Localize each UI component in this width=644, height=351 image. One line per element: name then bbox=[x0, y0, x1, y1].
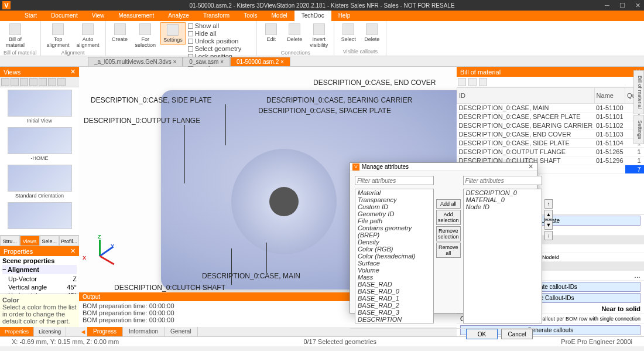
menu-analyze[interactable]: Analyze bbox=[161, 11, 196, 21]
ribbon-btn[interactable]: Edit bbox=[261, 22, 282, 43]
center-bottom-tab[interactable]: General bbox=[165, 327, 198, 336]
maximize-button[interactable]: ☐ bbox=[617, 2, 628, 9]
list-item[interactable]: MATERIAL_0 bbox=[464, 196, 542, 203]
remove-all-button[interactable]: Remove all bbox=[436, 243, 461, 258]
callout-bearing-carrier[interactable]: DESCRIPTION_0:CASE, BEARING CARRIER bbox=[266, 96, 412, 104]
reorder-button[interactable]: ▲ bbox=[544, 210, 553, 219]
list-item[interactable]: Node ID bbox=[464, 203, 542, 210]
table-row[interactable]: DESCRIPTION_0:CASE, MAIN01-511001CASE, M… bbox=[457, 104, 645, 113]
bottom-left-tab[interactable]: Properties bbox=[0, 327, 34, 336]
views-tb-7[interactable] bbox=[57, 78, 66, 86]
left-tab[interactable]: Sele... bbox=[40, 236, 60, 246]
list-item[interactable]: DESCRIPTION_0 bbox=[464, 189, 542, 196]
close-button[interactable]: ✕ bbox=[632, 2, 643, 9]
doc-tab[interactable]: 01-50000.asm.2 × bbox=[230, 57, 290, 66]
dialog-close-icon[interactable]: ✕ bbox=[526, 163, 535, 171]
views-tb-4[interactable] bbox=[29, 78, 37, 86]
properties-panel-close-icon[interactable]: ✕ bbox=[70, 247, 76, 255]
callout-spacer-plate[interactable]: DESCRIPTION_0:CASE, SPACER PLATE bbox=[258, 107, 391, 115]
attributes-more-icon[interactable]: … bbox=[634, 272, 640, 279]
list-item[interactable]: Custom ID bbox=[355, 203, 433, 210]
views-tb-5[interactable] bbox=[39, 78, 47, 86]
list-item[interactable]: Density bbox=[355, 238, 433, 246]
views-tb-2[interactable] bbox=[11, 78, 19, 86]
list-item[interactable]: File path bbox=[355, 217, 433, 224]
reorder-button[interactable]: ▼ bbox=[544, 220, 553, 230]
bom-tb-1[interactable] bbox=[458, 78, 466, 86]
side-tab[interactable]: Settings bbox=[633, 115, 644, 145]
table-row[interactable]: DESCRIPTION_0:CASE, SIDE PLATE01-511041C… bbox=[457, 139, 645, 148]
ribbon-btn[interactable]: Topalignment bbox=[44, 22, 72, 49]
cancel-button[interactable]: Cancel bbox=[501, 329, 533, 339]
ribbon-btn[interactable]: Invertvisibility bbox=[307, 22, 330, 49]
callout-output-flange[interactable]: DESCRIPTION_0:OUTPUT FLANGE bbox=[84, 117, 200, 125]
callout-clutch-shaft[interactable]: DESCRIPTION_0:CLUTCH SHAFT bbox=[114, 284, 225, 292]
ok-button[interactable]: OK bbox=[466, 329, 498, 339]
list-item[interactable]: Transparency bbox=[355, 196, 433, 203]
list-item[interactable]: Volume bbox=[355, 267, 433, 274]
left-tab[interactable]: Stru... bbox=[0, 236, 20, 246]
list-item[interactable]: Color (hexadecimal) bbox=[355, 253, 433, 260]
callout-side-plate[interactable]: DESCRIPTION_0:CASE, SIDE PLATE bbox=[91, 96, 212, 104]
callout-end-cover[interactable]: DESCRIPTION_0:CASE, END COVER bbox=[313, 79, 436, 87]
remove-selection-button[interactable]: Remove selection bbox=[436, 226, 461, 241]
reorder-button[interactable]: ↓ bbox=[544, 231, 553, 240]
list-item[interactable]: BASE_RAD_0 bbox=[355, 288, 433, 295]
menu-measurement[interactable]: Measurement bbox=[111, 11, 161, 21]
add-all-button[interactable]: Add all bbox=[436, 199, 461, 209]
views-tb-6[interactable] bbox=[48, 78, 56, 86]
list-item[interactable]: Color (RGB) bbox=[355, 246, 433, 253]
filter-selected-input[interactable] bbox=[463, 176, 542, 185]
reorder-button[interactable]: ↑ bbox=[544, 199, 553, 209]
view-thumb[interactable]: Initial View bbox=[2, 90, 77, 124]
dialog-titlebar[interactable]: V Manage attributes ✕ bbox=[350, 163, 537, 171]
bom-col-header[interactable]: ID bbox=[457, 88, 595, 104]
side-tab[interactable]: Bill of material bbox=[633, 70, 644, 114]
prop-row[interactable]: Vertical angle45° bbox=[2, 283, 77, 291]
table-row[interactable]: DESCRIPTION_0:CASE, SPACER PLATE01-51101… bbox=[457, 113, 645, 121]
list-item[interactable]: BASE_RAD_3 bbox=[355, 309, 433, 316]
tab-scroll-left-icon[interactable]: ◄ bbox=[79, 328, 87, 335]
table-row[interactable]: DESCRIPTION_0:OUTPUT FLANGE01-512651OUTP… bbox=[457, 148, 645, 156]
doc-tab[interactable]: _a_l005.multiviews.GeN.3dvs × bbox=[88, 57, 183, 66]
bom-tb-3[interactable] bbox=[479, 78, 487, 86]
ribbon-btn[interactable]: Settings bbox=[160, 22, 186, 45]
center-bottom-tab[interactable]: Progress bbox=[87, 327, 123, 336]
ribbon-btn[interactable]: Delete bbox=[361, 22, 382, 43]
list-item[interactable]: BASE_RAD_2 bbox=[355, 302, 433, 309]
ribbon-option[interactable]: Hide all bbox=[188, 30, 254, 37]
list-item[interactable]: Material bbox=[355, 189, 433, 196]
list-item[interactable]: BASE_RAD_1 bbox=[355, 295, 433, 302]
list-item[interactable]: BASE_RAD bbox=[355, 281, 433, 288]
list-item[interactable]: DESCRIPTION bbox=[355, 316, 433, 323]
add-selection-button[interactable]: Add selection bbox=[436, 210, 461, 225]
views-panel-close-icon[interactable]: ✕ bbox=[70, 68, 76, 76]
ribbon-btn[interactable]: Delete bbox=[284, 22, 305, 43]
prop-row[interactable]: Up-VectorZ bbox=[2, 275, 77, 283]
list-item[interactable]: Surface bbox=[355, 260, 433, 267]
menu-document[interactable]: Document bbox=[44, 11, 85, 21]
ribbon-option[interactable]: Show all bbox=[188, 22, 254, 29]
near-to-solid-value[interactable]: Near to solid bbox=[601, 305, 640, 312]
ribbon-btn[interactable]: Forselection bbox=[133, 22, 159, 49]
table-row[interactable]: DESCRIPTION_0:CASE, END COVER01-511031CA… bbox=[457, 130, 645, 139]
ribbon-option[interactable]: Unlock position bbox=[188, 38, 254, 45]
list-item[interactable]: Contains geometry (BREP) bbox=[355, 224, 433, 238]
left-tab[interactable]: Profil... bbox=[59, 236, 79, 246]
table-row[interactable]: DESCRIPTION_0:CASE, BEARING CARRIER01-51… bbox=[457, 121, 645, 130]
menu-start[interactable]: Start bbox=[18, 11, 44, 21]
ribbon-option[interactable]: Select geometry bbox=[188, 45, 254, 52]
center-bottom-tab[interactable]: Information bbox=[123, 327, 165, 336]
view-thumb[interactable]: -HOME bbox=[2, 127, 77, 161]
menu-techdoc[interactable]: TechDoc bbox=[294, 11, 331, 21]
callout-case-main[interactable]: DESCRIPTION_0:CASE, MAIN bbox=[202, 272, 300, 280]
available-attrs-list[interactable]: MaterialTransparencyCustom IDGeometry ID… bbox=[355, 189, 434, 323]
menu-transform[interactable]: Transform bbox=[196, 11, 237, 21]
selected-attrs-list[interactable]: DESCRIPTION_0MATERIAL_0Node ID bbox=[463, 189, 542, 323]
menu-model[interactable]: Model bbox=[264, 11, 294, 21]
view-thumb[interactable]: Standard Orientation bbox=[2, 165, 77, 199]
menu-help[interactable]: Help bbox=[331, 11, 358, 21]
doc-tab[interactable]: 0_saw.asm × bbox=[183, 57, 230, 66]
bom-tb-2[interactable] bbox=[468, 78, 477, 86]
ribbon-btn[interactable]: Autoalignment bbox=[74, 22, 102, 49]
